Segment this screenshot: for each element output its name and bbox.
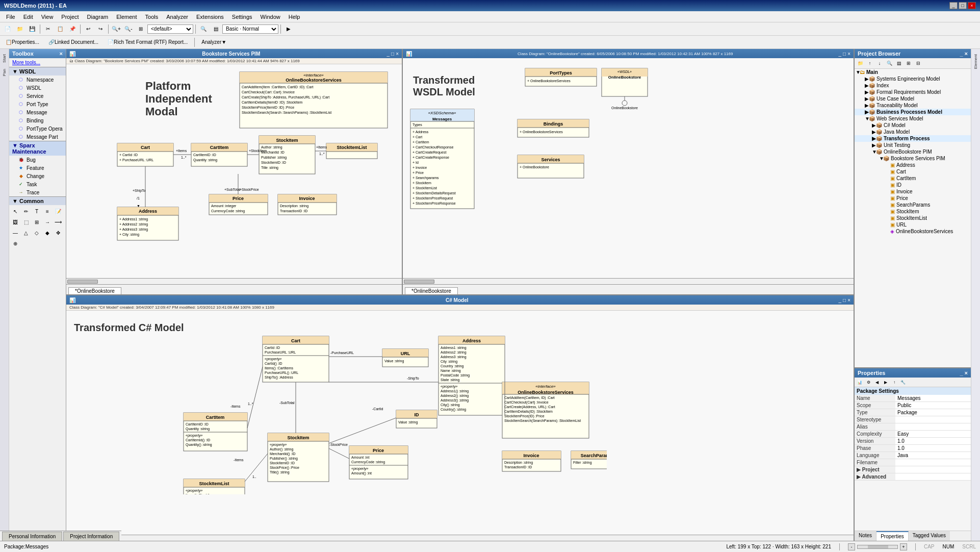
left-diagram-maximize[interactable]: □: [391, 51, 394, 57]
paste-button[interactable]: 📌: [67, 24, 78, 34]
zoom-thumb[interactable]: [868, 545, 888, 548]
prop-value-alias[interactable]: [895, 423, 971, 431]
props-tab-tagged[interactable]: Tagged Values: [909, 531, 950, 541]
prop-value-project[interactable]: [895, 466, 971, 473]
tree-item-webservices[interactable]: ▼ 📦 Web Services Model: [855, 115, 971, 122]
menu-window[interactable]: Window: [256, 13, 285, 21]
tool-comp[interactable]: ◆: [42, 228, 53, 238]
cut-button[interactable]: ✂: [42, 24, 54, 34]
prop-value-advanced[interactable]: [895, 473, 971, 481]
props-btn5[interactable]: ↑: [890, 379, 898, 386]
toolbox-item-service[interactable]: ⬡Service: [9, 92, 66, 100]
prop-value-stereotype[interactable]: [895, 416, 971, 423]
props-close[interactable]: ×: [965, 370, 968, 376]
menu-extensions[interactable]: Extensions: [192, 13, 228, 21]
menu-element[interactable]: Element: [112, 13, 141, 21]
tree-item-formal[interactable]: ▶ 📦 Formal Requirements Model: [855, 89, 971, 95]
left-diagram-tab[interactable]: *OnlineBookstore: [68, 287, 121, 294]
run-button[interactable]: ▶: [283, 24, 294, 34]
tree-item-usecase[interactable]: ▶ 📦 Use Case Model: [855, 95, 971, 102]
right-diagram-tab[interactable]: *OnlineBookstore: [405, 287, 458, 294]
toolbox-item-wsdl[interactable]: ⬡WSDL: [9, 84, 66, 92]
toolbox-section-sparx[interactable]: ▼ Sparx Maintenance: [9, 141, 66, 156]
pb-up-btn[interactable]: ↑: [865, 59, 874, 67]
toolbox-item-bug[interactable]: 🐞Bug: [9, 156, 66, 164]
tool-text[interactable]: T: [32, 206, 42, 216]
tree-item-java[interactable]: ▶ 📦 Java Model: [855, 129, 971, 135]
toolbox-item-feature[interactable]: ★Feature: [9, 164, 66, 172]
close-button[interactable]: ×: [968, 2, 976, 9]
tree-item-observices[interactable]: ◈ OnlineBookstoreServices: [855, 228, 971, 235]
prop-value-filename[interactable]: [895, 459, 971, 466]
tree-item-id[interactable]: ▣ ID: [855, 182, 971, 188]
bottom-diagram-hscroll[interactable]: [66, 535, 854, 541]
props-tab-notes[interactable]: Notes: [855, 531, 876, 541]
copy-button[interactable]: 📋: [55, 24, 66, 34]
toolbox-item-message[interactable]: ⬡Message: [9, 108, 66, 116]
toolbox-item-porttype-opera[interactable]: ⬡PortType Opera: [9, 124, 66, 133]
sidebar-tab-pan[interactable]: Pan: [1, 66, 8, 79]
zoom-slider[interactable]: [857, 545, 898, 549]
tree-item-cartitem[interactable]: ▣ CartItem: [855, 175, 971, 182]
bottom-diagram-maximize[interactable]: □: [843, 297, 846, 303]
toolbox-section-wsdl[interactable]: ▼ WSDL: [9, 67, 66, 76]
props-tab-properties[interactable]: Properties: [876, 531, 909, 541]
pb-filter-btn[interactable]: ▤: [894, 59, 904, 67]
pb-new-btn[interactable]: 📁: [856, 59, 865, 67]
menu-settings[interactable]: Settings: [228, 13, 256, 21]
prop-value-complexity[interactable]: Easy: [895, 431, 971, 438]
tool-note[interactable]: 📝: [53, 206, 63, 216]
menu-project[interactable]: Project: [57, 13, 83, 21]
sidebar-tab-start[interactable]: Start: [1, 51, 8, 66]
right-diagram-maximize[interactable]: □: [843, 51, 846, 57]
open-button[interactable]: 📁: [14, 24, 25, 34]
tree-item-csharp[interactable]: ▶ 📦 C# Model: [855, 122, 971, 129]
prop-value-version[interactable]: 1.0: [895, 438, 971, 445]
tree-item-bookstore-pim[interactable]: ▼ 📦 Bookstore Services PIM: [855, 155, 971, 162]
left-diagram-minimize[interactable]: _: [387, 51, 390, 57]
menu-help[interactable]: Help: [285, 13, 304, 21]
zoom-in-button[interactable]: 🔍+: [111, 24, 122, 34]
pb-collapse-btn[interactable]: ⊟: [914, 59, 923, 67]
tool-connector[interactable]: ⊞: [32, 217, 42, 227]
tool-select[interactable]: ↖: [10, 206, 20, 216]
right-hscroll-thumb[interactable]: [404, 280, 434, 284]
toolbox-item-porttype[interactable]: ⬡Port Type: [9, 100, 66, 108]
right-diagram-minimize[interactable]: _: [839, 51, 842, 57]
tool-agg[interactable]: ◇: [32, 228, 42, 238]
search-button[interactable]: 🔍: [198, 24, 209, 34]
menu-file[interactable]: File: [2, 13, 19, 21]
props-minimize[interactable]: _: [960, 370, 963, 376]
tree-item-searchparams[interactable]: ▣ SearchParams: [855, 202, 971, 208]
toolbox-close-icon[interactable]: ×: [60, 51, 63, 57]
left-diagram-hscroll[interactable]: [66, 278, 402, 284]
rich-text-button[interactable]: 📄 Rich Text Format (RTF) Report...: [104, 37, 191, 47]
toolbox-item-task[interactable]: ✓Task: [9, 180, 66, 188]
tab-personal-info[interactable]: Personal Information: [2, 532, 62, 541]
props-btn4[interactable]: ▶: [882, 379, 890, 386]
tree-item-systems[interactable]: ▶ 📦 Systems Engineering Model: [855, 76, 971, 82]
tool-draw[interactable]: ✏: [21, 206, 31, 216]
props-btn2[interactable]: ⚙: [864, 379, 872, 386]
pb-expand-btn[interactable]: ⊞: [904, 59, 913, 67]
properties-button[interactable]: 📋 Properties...: [2, 37, 43, 47]
zoom-plus-button[interactable]: +: [900, 543, 907, 550]
toolbox-item-trace[interactable]: →Trace: [9, 188, 66, 196]
linked-doc-button[interactable]: 🔗 Linked Document...: [45, 37, 102, 47]
left-diagram-close[interactable]: ×: [396, 51, 399, 57]
menu-view[interactable]: View: [37, 13, 58, 21]
tool-gen[interactable]: △: [21, 228, 31, 238]
menu-edit[interactable]: Edit: [19, 13, 37, 21]
right-diagram-close[interactable]: ×: [847, 51, 850, 57]
tree-item-invoice[interactable]: ▣ Invoice: [855, 188, 971, 195]
more-tools-link[interactable]: More tools...: [9, 58, 66, 67]
prop-value-name[interactable]: Messages: [895, 395, 971, 402]
pb-minimize[interactable]: _: [960, 51, 963, 57]
prop-value-type[interactable]: Package: [895, 409, 971, 416]
menu-analyzer[interactable]: Analyzer: [162, 13, 192, 21]
toolbox-item-namespace[interactable]: ⬡Namespace: [9, 76, 66, 84]
view-combo[interactable]: <default>: [147, 24, 193, 34]
filter-button[interactable]: ▤: [210, 24, 221, 34]
pb-close[interactable]: ×: [965, 51, 968, 57]
toolbox-item-message-part[interactable]: ⬡Message Part: [9, 133, 66, 141]
